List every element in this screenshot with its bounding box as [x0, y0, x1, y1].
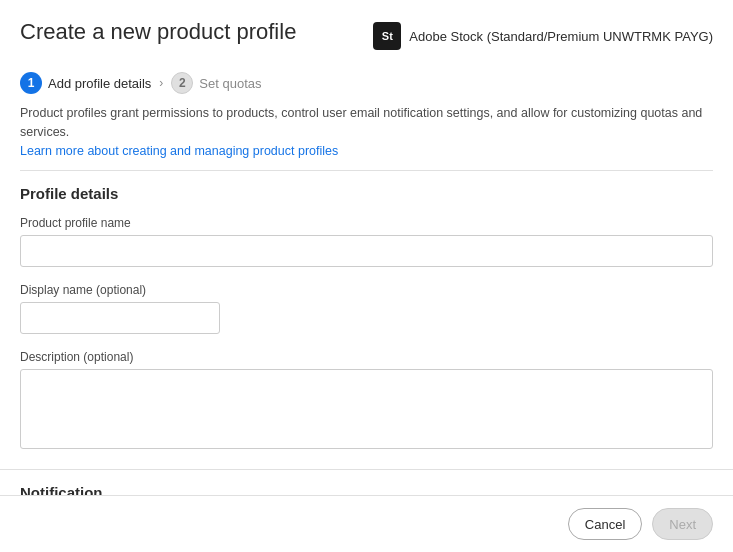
display-name-group: Display name (optional) [20, 283, 713, 334]
notification-title: Notification [20, 484, 713, 496]
step-1-label: Add profile details [48, 76, 151, 91]
page-title: Create a new product profile [20, 18, 296, 47]
step-chevron-icon: › [159, 76, 163, 90]
description-label: Description (optional) [20, 350, 713, 364]
product-profile-name-input[interactable] [20, 235, 713, 267]
notification-section: Notification Notify users by email ⌄ [0, 469, 733, 496]
step-1: 1 Add profile details [20, 72, 151, 94]
description-text: Product profiles grant permissions to pr… [0, 104, 733, 142]
step-2-label: Set quotas [199, 76, 261, 91]
cancel-button[interactable]: Cancel [568, 508, 642, 540]
header: Create a new product profile St Adobe St… [0, 0, 733, 62]
product-icon: St [373, 22, 401, 50]
step-2-circle: 2 [171, 72, 193, 94]
steps-bar: 1 Add profile details › 2 Set quotas [0, 62, 733, 104]
profile-details-section: Profile details Product profile name Dis… [0, 171, 733, 453]
product-name: Adobe Stock (Standard/Premium UNWTRMK PA… [409, 29, 713, 44]
product-profile-name-label: Product profile name [20, 216, 713, 230]
modal: Create a new product profile St Adobe St… [0, 0, 733, 552]
description-input[interactable] [20, 369, 713, 449]
footer: Cancel Next [0, 495, 733, 552]
learn-more-link[interactable]: Learn more about creating and managing p… [0, 142, 733, 158]
content-area[interactable]: Profile details Product profile name Dis… [0, 171, 733, 496]
display-name-label: Display name (optional) [20, 283, 713, 297]
product-profile-name-group: Product profile name [20, 216, 713, 267]
step-2: 2 Set quotas [171, 72, 261, 94]
next-button[interactable]: Next [652, 508, 713, 540]
description-group: Description (optional) [20, 350, 713, 453]
profile-details-title: Profile details [20, 185, 713, 202]
display-name-input[interactable] [20, 302, 220, 334]
step-1-circle: 1 [20, 72, 42, 94]
product-badge: St Adobe Stock (Standard/Premium UNWTRMK… [373, 22, 713, 50]
